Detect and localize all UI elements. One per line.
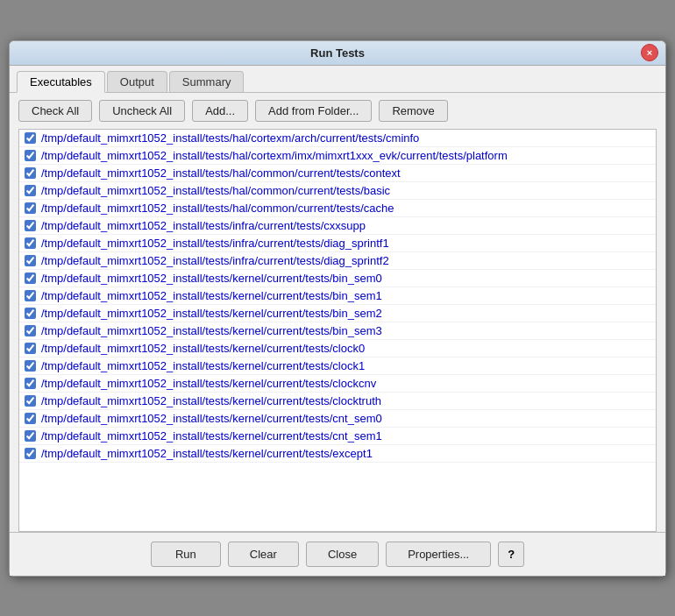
run-button[interactable]: Run [151, 542, 221, 567]
list-item-checkbox[interactable] [25, 202, 36, 214]
list-item-checkbox[interactable] [25, 167, 36, 179]
list-item[interactable]: /tmp/default_mimxrt1052_install/tests/in… [19, 235, 656, 252]
list-item-checkbox[interactable] [25, 395, 36, 407]
add-button[interactable]: Add... [192, 100, 248, 122]
list-item[interactable]: /tmp/default_mimxrt1052_install/tests/ke… [19, 358, 656, 375]
list-item[interactable]: /tmp/default_mimxrt1052_install/tests/ha… [19, 130, 656, 147]
list-item-path: /tmp/default_mimxrt1052_install/tests/ke… [41, 342, 365, 355]
title-bar: Run Tests × [10, 41, 665, 66]
uncheck-all-button[interactable]: Uncheck All [99, 100, 185, 122]
list-item-checkbox[interactable] [25, 360, 36, 372]
list-item[interactable]: /tmp/default_mimxrt1052_install/tests/ke… [19, 445, 656, 463]
list-item-checkbox[interactable] [25, 132, 36, 144]
list-item-checkbox[interactable] [25, 378, 36, 389]
footer: Run Clear Close Properties... ? [10, 532, 665, 576]
clear-button[interactable]: Clear [228, 542, 299, 567]
list-item-checkbox[interactable] [25, 448, 36, 459]
list-item-path: /tmp/default_mimxrt1052_install/tests/ke… [41, 307, 382, 320]
executables-list[interactable]: /tmp/default_mimxrt1052_install/tests/ha… [18, 129, 657, 532]
list-item-checkbox[interactable] [25, 255, 36, 266]
list-item[interactable]: /tmp/default_mimxrt1052_install/tests/in… [19, 217, 656, 235]
list-item-path: /tmp/default_mimxrt1052_install/tests/in… [41, 219, 366, 232]
dialog-title: Run Tests [310, 46, 365, 60]
list-item[interactable]: /tmp/default_mimxrt1052_install/tests/in… [19, 252, 656, 270]
close-dialog-button[interactable]: Close [306, 542, 379, 567]
run-tests-dialog: Run Tests × Executables Output Summary C… [9, 40, 666, 577]
list-item[interactable]: /tmp/default_mimxrt1052_install/tests/ke… [19, 393, 656, 410]
list-item[interactable]: /tmp/default_mimxrt1052_install/tests/ke… [19, 428, 656, 445]
list-item[interactable]: /tmp/default_mimxrt1052_install/tests/ha… [19, 147, 656, 165]
list-item[interactable]: /tmp/default_mimxrt1052_install/tests/ke… [19, 340, 656, 358]
list-item-path: /tmp/default_mimxrt1052_install/tests/in… [41, 254, 389, 267]
list-item-path: /tmp/default_mimxrt1052_install/tests/ke… [41, 412, 382, 425]
close-button[interactable]: × [641, 44, 658, 61]
list-item-path: /tmp/default_mimxrt1052_install/tests/ke… [41, 377, 376, 390]
list-item-checkbox[interactable] [25, 413, 36, 424]
list-item-path: /tmp/default_mimxrt1052_install/tests/ha… [41, 202, 394, 215]
properties-button[interactable]: Properties... [386, 542, 491, 567]
list-item-path: /tmp/default_mimxrt1052_install/tests/ke… [41, 324, 382, 337]
list-item-path: /tmp/default_mimxrt1052_install/tests/ha… [41, 184, 390, 197]
list-item-checkbox[interactable] [25, 220, 36, 231]
tab-output[interactable]: Output [107, 71, 167, 92]
list-item-path: /tmp/default_mimxrt1052_install/tests/ha… [41, 166, 401, 180]
list-item-checkbox[interactable] [25, 430, 36, 442]
tab-summary[interactable]: Summary [169, 71, 245, 92]
list-item-path: /tmp/default_mimxrt1052_install/tests/ke… [41, 429, 382, 443]
tab-executables[interactable]: Executables [17, 71, 105, 93]
list-item[interactable]: /tmp/default_mimxrt1052_install/tests/ha… [19, 165, 656, 182]
list-item-path: /tmp/default_mimxrt1052_install/tests/ke… [41, 289, 382, 302]
list-item[interactable]: /tmp/default_mimxrt1052_install/tests/ke… [19, 322, 656, 340]
list-item[interactable]: /tmp/default_mimxrt1052_install/tests/ke… [19, 410, 656, 428]
list-item[interactable]: /tmp/default_mimxrt1052_install/tests/ke… [19, 287, 656, 305]
list-item-checkbox[interactable] [25, 343, 36, 354]
list-item-path: /tmp/default_mimxrt1052_install/tests/ha… [41, 149, 508, 162]
list-item[interactable]: /tmp/default_mimxrt1052_install/tests/ha… [19, 200, 656, 217]
add-from-folder-button[interactable]: Add from Folder... [255, 100, 372, 122]
help-button[interactable]: ? [498, 542, 524, 567]
list-item-checkbox[interactable] [25, 290, 36, 301]
check-all-button[interactable]: Check All [18, 100, 92, 122]
list-item[interactable]: /tmp/default_mimxrt1052_install/tests/ke… [19, 270, 656, 287]
list-item-checkbox[interactable] [25, 150, 36, 161]
list-item-path: /tmp/default_mimxrt1052_install/tests/ke… [41, 447, 373, 460]
remove-button[interactable]: Remove [379, 100, 447, 122]
tabs-container: Executables Output Summary [10, 66, 665, 93]
list-item-path: /tmp/default_mimxrt1052_install/tests/ke… [41, 272, 382, 285]
list-item-path: /tmp/default_mimxrt1052_install/tests/ke… [41, 359, 365, 372]
list-item-checkbox[interactable] [25, 237, 36, 249]
list-item-path: /tmp/default_mimxrt1052_install/tests/ha… [41, 131, 419, 145]
toolbar: Check All Uncheck All Add... Add from Fo… [10, 93, 665, 129]
list-item-checkbox[interactable] [25, 185, 36, 196]
list-item-checkbox[interactable] [25, 273, 36, 284]
list-item-path: /tmp/default_mimxrt1052_install/tests/ke… [41, 394, 381, 407]
list-item-path: /tmp/default_mimxrt1052_install/tests/in… [41, 237, 389, 250]
list-item[interactable]: /tmp/default_mimxrt1052_install/tests/ha… [19, 182, 656, 200]
list-item-checkbox[interactable] [25, 308, 36, 319]
list-item[interactable]: /tmp/default_mimxrt1052_install/tests/ke… [19, 305, 656, 322]
list-item[interactable]: /tmp/default_mimxrt1052_install/tests/ke… [19, 375, 656, 393]
list-item-checkbox[interactable] [25, 325, 36, 336]
